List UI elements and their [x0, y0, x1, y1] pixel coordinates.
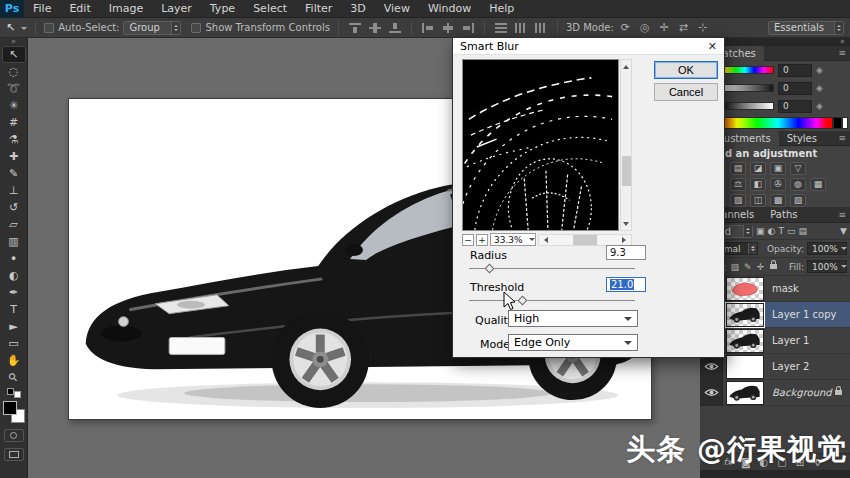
tool-move[interactable]: ↖: [2, 46, 26, 63]
tool-eyedropper[interactable]: ⚗: [2, 131, 26, 148]
3d-roll-icon[interactable]: ◎: [640, 21, 650, 34]
tool-gradient[interactable]: ▥: [2, 233, 26, 250]
tool-dodge[interactable]: ◐: [2, 267, 26, 284]
quality-select[interactable]: High: [508, 310, 638, 327]
tool-marquee[interactable]: ◌: [2, 63, 26, 80]
layer-name[interactable]: mask: [772, 283, 799, 294]
threshold-icon[interactable]: ◫: [750, 194, 766, 207]
distribute-vertical-icon[interactable]: [495, 23, 507, 33]
exposure-icon[interactable]: ▣: [770, 162, 786, 175]
layer-thumbnail[interactable]: [726, 277, 764, 301]
align-vertical-centers-icon[interactable]: [369, 23, 381, 33]
workspace-switcher[interactable]: Essentials: [768, 21, 844, 35]
tool-blur[interactable]: ⚫: [2, 250, 26, 267]
spinner-icon[interactable]: [834, 22, 843, 34]
tool-hand[interactable]: ✋: [2, 352, 26, 369]
gradient-map-icon[interactable]: ▩: [770, 194, 786, 207]
menu-item-edit[interactable]: Edit: [60, 0, 99, 18]
auto-select-scope-select[interactable]: Group: [123, 21, 181, 35]
lock-all-icon[interactable]: [770, 264, 777, 269]
3d-rotate-icon[interactable]: ⟳: [621, 21, 630, 34]
align-horizontal-centers-icon[interactable]: [442, 23, 454, 33]
vertical-scroll-thumb[interactable]: [622, 156, 631, 186]
menu-item-select[interactable]: Select: [244, 0, 296, 18]
curves-icon[interactable]: ◪: [750, 162, 766, 175]
color-lookup-icon[interactable]: ▦: [810, 178, 826, 191]
layer-name[interactable]: Layer 1: [772, 335, 809, 346]
photoshop-logo[interactable]: Ps: [0, 0, 24, 18]
toolbar-collapse-icon[interactable]: »: [11, 38, 16, 46]
layer-thumbnail[interactable]: [726, 355, 764, 379]
ok-button[interactable]: OK: [654, 61, 718, 79]
threshold-slider[interactable]: [469, 297, 635, 304]
threshold-slider-thumb[interactable]: [518, 296, 528, 306]
lock-transparency-icon[interactable]: ▨: [731, 262, 740, 272]
dialog-title-bar[interactable]: Smart Blur ✕: [453, 38, 724, 55]
align-top-edges-icon[interactable]: [349, 23, 361, 33]
layer-name[interactable]: Background: [772, 387, 832, 398]
photo-filter-icon[interactable]: ✇: [770, 178, 786, 191]
screen-mode-button[interactable]: [4, 448, 24, 461]
preview-horizontal-scrollbar[interactable]: [538, 234, 632, 246]
zoom-out-button[interactable]: −: [462, 234, 474, 246]
zoom-in-button[interactable]: +: [476, 234, 488, 246]
tab-paths[interactable]: Paths: [762, 207, 805, 222]
scroll-down-icon[interactable]: [621, 220, 631, 230]
tool-crop[interactable]: #: [2, 114, 26, 131]
layer-name[interactable]: Layer 2: [772, 361, 809, 372]
tool-zoom[interactable]: ⚲: [2, 369, 26, 386]
panel-menu-icon[interactable]: ≡: [838, 48, 850, 58]
channel-mixer-icon[interactable]: ◍: [790, 178, 806, 191]
tool-shape[interactable]: ▭: [2, 335, 26, 352]
close-icon[interactable]: ✕: [708, 40, 717, 53]
menu-item-image[interactable]: Image: [100, 0, 152, 18]
3d-drag-icon[interactable]: ✛: [660, 21, 669, 34]
layer-thumbnail[interactable]: [726, 381, 764, 405]
radius-slider[interactable]: [469, 265, 635, 272]
filter-adjustment-layers-icon[interactable]: ◐: [768, 226, 776, 236]
layer-thumbnail[interactable]: [726, 303, 764, 327]
menu-item-view[interactable]: View: [375, 0, 419, 18]
menu-item-filter[interactable]: Filter: [296, 0, 341, 18]
lock-pixels-icon[interactable]: ✎: [744, 262, 752, 272]
filter-smart-objects-icon[interactable]: ▤: [798, 226, 807, 236]
panel-menu-icon[interactable]: ≡: [838, 133, 850, 143]
spinner-icon[interactable]: [171, 22, 180, 34]
threshold-input[interactable]: 21.0: [606, 277, 646, 292]
align-bottom-edges-icon[interactable]: [389, 23, 401, 33]
tool-history-brush[interactable]: ↺: [2, 199, 26, 216]
vibrance-icon[interactable]: ▽: [790, 162, 806, 175]
mode-select[interactable]: Edge Only: [508, 334, 638, 351]
horizontal-scroll-thumb[interactable]: [573, 235, 597, 245]
quick-mask-button[interactable]: [4, 429, 24, 442]
auto-select-checkbox[interactable]: [44, 23, 54, 33]
lock-position-icon[interactable]: ✛: [757, 262, 765, 272]
menu-item-file[interactable]: File: [24, 0, 60, 18]
foreground-color-swatch[interactable]: [3, 401, 17, 415]
black-white-icon[interactable]: ◧: [750, 178, 766, 191]
filter-pixel-layers-icon[interactable]: ▣: [756, 226, 765, 236]
color-balance-icon[interactable]: ⚖: [730, 178, 746, 191]
visibility-toggle[interactable]: [700, 380, 723, 406]
brightness-value[interactable]: 0: [778, 100, 812, 113]
preview-image[interactable]: [462, 59, 619, 231]
menu-item-layer[interactable]: Layer: [152, 0, 201, 18]
scroll-up-icon[interactable]: [621, 60, 631, 70]
filter-shape-layers-icon[interactable]: ▭: [787, 226, 796, 236]
tool-brush[interactable]: ✎: [2, 165, 26, 182]
scroll-right-icon[interactable]: [622, 237, 629, 243]
levels-icon[interactable]: ▤: [730, 162, 746, 175]
opacity-select[interactable]: 100%: [807, 242, 847, 255]
posterize-icon[interactable]: ▨: [730, 194, 746, 207]
show-transform-checkbox[interactable]: [191, 23, 201, 33]
menu-item-help[interactable]: Help: [480, 0, 523, 18]
tool-path-selection[interactable]: ►: [2, 318, 26, 335]
hue-value[interactable]: 0: [778, 64, 812, 77]
saturation-value[interactable]: 0: [778, 82, 812, 95]
cancel-button[interactable]: Cancel: [654, 83, 718, 101]
fill-select[interactable]: 100%: [807, 260, 847, 273]
layer-name[interactable]: Layer 1 copy: [772, 309, 836, 320]
tool-pen[interactable]: ✒: [2, 284, 26, 301]
align-left-edges-icon[interactable]: [422, 23, 434, 33]
spinner-icon[interactable]: [743, 225, 752, 237]
